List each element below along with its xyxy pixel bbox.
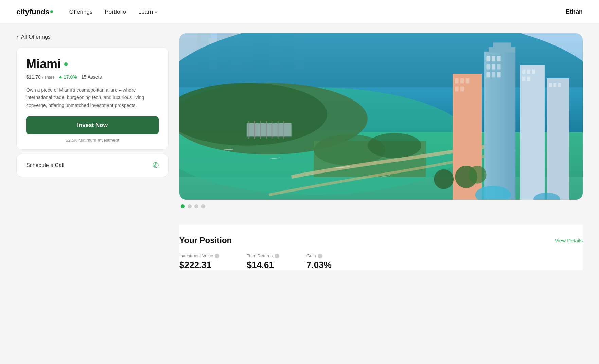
nav-user: Ethan — [566, 8, 583, 15]
schedule-call-label: Schedule a Call — [26, 162, 64, 168]
nav-learn-label: Learn — [138, 8, 153, 15]
view-details-link[interactable]: View Details — [555, 238, 583, 243]
nav-learn[interactable]: Learn ⌄ — [138, 8, 158, 15]
fund-title-row: Miami — [26, 57, 159, 71]
breadcrumb-label: All Offerings — [21, 34, 51, 40]
arrow-up-icon — [59, 76, 62, 78]
svg-rect-39 — [549, 83, 552, 87]
breadcrumb[interactable]: ‹ All Offerings — [16, 33, 169, 40]
svg-rect-29 — [497, 72, 501, 77]
svg-rect-31 — [493, 42, 511, 48]
return-pct: 17.0% — [64, 74, 77, 80]
svg-rect-27 — [486, 72, 490, 77]
svg-rect-34 — [527, 70, 530, 74]
fund-name: Miami — [26, 57, 61, 71]
position-section: Your Position View Details Investment Va… — [179, 225, 583, 270]
carousel-dot-2[interactable] — [188, 204, 192, 208]
back-arrow-icon: ‹ — [16, 33, 18, 40]
fund-card: Miami $11.70 / share 17.0% 15 Assets Own… — [16, 47, 169, 150]
gain-info-icon[interactable]: i — [318, 254, 322, 258]
svg-rect-38 — [547, 78, 569, 200]
svg-rect-23 — [497, 56, 501, 61]
total-returns-metric: Total Returns i $14.61 — [247, 253, 279, 270]
share-price: $11.70 / share — [26, 74, 55, 80]
total-returns-value: $14.61 — [247, 260, 279, 270]
investment-value-label: Investment Value — [179, 253, 213, 258]
logo-dot — [50, 10, 53, 13]
svg-rect-47 — [460, 87, 464, 92]
fund-description: Own a piece of Miami's cosmopolitan allu… — [26, 86, 159, 109]
svg-point-51 — [469, 166, 487, 184]
invest-now-button[interactable]: Invest Now — [26, 116, 159, 134]
share-price-value: $11.70 — [26, 74, 41, 80]
carousel-dot-4[interactable] — [201, 204, 205, 208]
nav-offerings[interactable]: Offerings — [69, 8, 93, 15]
gain-label-row: Gain i — [306, 253, 332, 258]
investment-value: $222.31 — [179, 260, 219, 270]
svg-rect-25 — [492, 64, 495, 70]
svg-rect-35 — [532, 70, 535, 74]
carousel-dot-3[interactable] — [194, 204, 198, 208]
carousel-dots — [179, 204, 583, 208]
chevron-down-icon: ⌄ — [154, 10, 158, 14]
total-returns-info-icon[interactable]: i — [275, 254, 279, 258]
carousel-dot-1[interactable] — [181, 204, 185, 208]
left-panel: ‹ All Offerings Miami $11.70 / share 17.… — [16, 24, 179, 270]
position-header: Your Position View Details — [179, 236, 583, 245]
logo-text: cityfunds — [16, 7, 50, 16]
phone-icon: ✆ — [153, 161, 159, 170]
share-label: / share — [42, 75, 55, 80]
assets-count: 15 Assets — [81, 74, 102, 80]
city-image — [179, 33, 583, 200]
schedule-call-card[interactable]: Schedule a Call ✆ — [16, 154, 169, 177]
fund-meta: $11.70 / share 17.0% 15 Assets — [26, 74, 159, 80]
investment-value-label-row: Investment Value i — [179, 253, 219, 258]
svg-rect-26 — [497, 64, 501, 70]
gain-metric: Gain i 7.03% — [306, 253, 332, 270]
svg-rect-44 — [460, 78, 464, 84]
svg-rect-24 — [486, 64, 490, 70]
gain-label: Gain — [306, 253, 316, 258]
fund-active-dot — [64, 62, 68, 66]
investment-value-info-icon[interactable]: i — [215, 254, 219, 258]
svg-point-19 — [368, 133, 421, 158]
svg-rect-45 — [466, 78, 470, 84]
svg-rect-57 — [247, 123, 292, 137]
svg-rect-43 — [455, 78, 459, 84]
svg-rect-40 — [553, 83, 556, 87]
position-metrics: Investment Value i $222.31 Total Returns… — [179, 253, 583, 270]
svg-rect-22 — [492, 56, 495, 61]
svg-rect-21 — [486, 56, 490, 61]
position-title: Your Position — [179, 236, 232, 245]
logo[interactable]: cityfunds — [16, 7, 53, 16]
svg-rect-32 — [520, 65, 545, 200]
min-investment-text: $2.5K Minimum Investment — [26, 138, 159, 143]
svg-rect-41 — [558, 83, 561, 87]
right-panel: Your Position View Details Investment Va… — [179, 24, 583, 270]
city-image-container — [179, 33, 583, 200]
total-returns-label-row: Total Returns i — [247, 253, 279, 258]
total-returns-label: Total Returns — [247, 253, 273, 258]
svg-rect-33 — [522, 70, 525, 74]
page-content: ‹ All Offerings Miami $11.70 / share 17.… — [0, 24, 599, 270]
svg-rect-46 — [455, 87, 459, 92]
return-badge: 17.0% — [59, 74, 77, 80]
investment-value-metric: Investment Value i $222.31 — [179, 253, 219, 270]
svg-rect-37 — [527, 77, 530, 81]
navbar: cityfunds Offerings Portfolio Learn ⌄ Et… — [0, 0, 599, 24]
svg-rect-28 — [492, 72, 495, 77]
nav-portfolio[interactable]: Portfolio — [105, 8, 126, 15]
gain-value: 7.03% — [306, 260, 332, 270]
nav-links: Offerings Portfolio Learn ⌄ — [69, 8, 566, 15]
svg-rect-36 — [522, 77, 525, 81]
svg-point-52 — [434, 169, 454, 189]
